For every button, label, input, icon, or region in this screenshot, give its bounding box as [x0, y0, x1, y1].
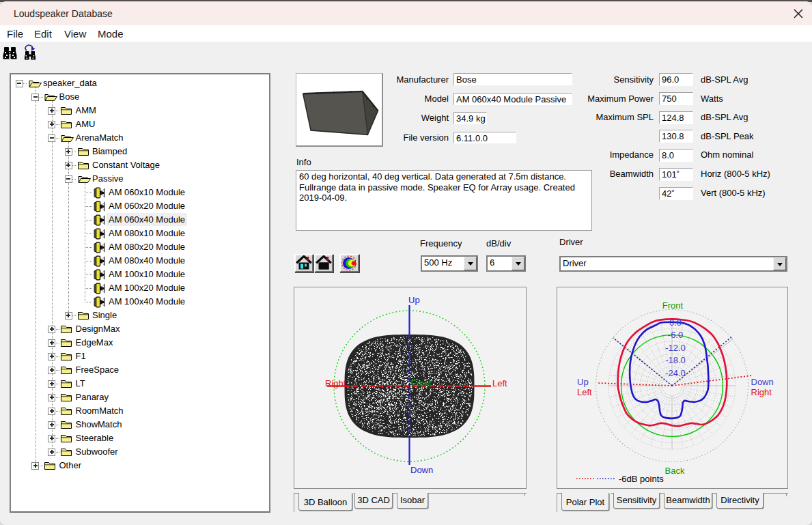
- svg-text:Down: Down: [410, 465, 433, 475]
- svg-text:Front: Front: [662, 300, 684, 311]
- svg-text:-6dB points: -6dB points: [619, 474, 664, 484]
- svg-text:-6.0: -6.0: [668, 330, 683, 340]
- svg-text:Down: Down: [751, 377, 774, 387]
- svg-text:Front: Front: [411, 378, 432, 388]
- svg-text:Back: Back: [665, 466, 685, 476]
- svg-text:Up: Up: [408, 295, 420, 305]
- svg-text:-24.0: -24.0: [665, 368, 686, 378]
- svg-text:Right: Right: [751, 387, 772, 397]
- svg-text:Up: Up: [577, 377, 589, 387]
- svg-text:Left: Left: [577, 387, 592, 397]
- svg-text:-18.0: -18.0: [665, 355, 686, 365]
- svg-text:-12.0: -12.0: [665, 343, 686, 353]
- svg-text:Right: Right: [325, 378, 346, 388]
- svg-text:0.0: 0.0: [669, 317, 682, 328]
- svg-text:Left: Left: [492, 378, 507, 388]
